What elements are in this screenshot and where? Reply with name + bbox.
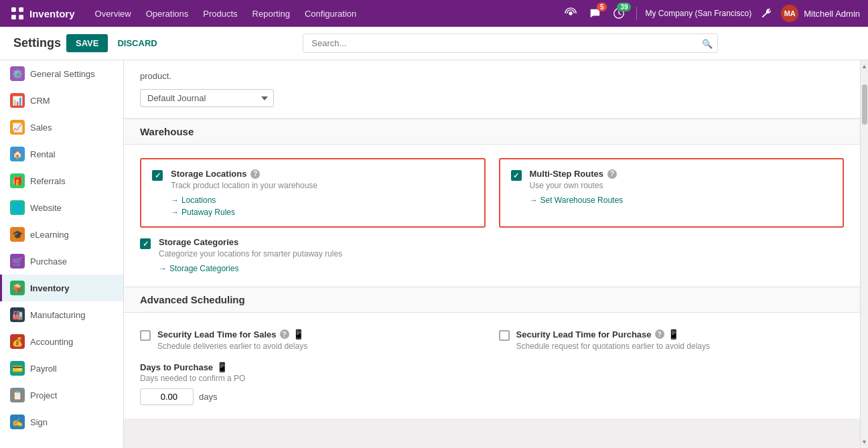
- security-lead-sales-desc: Schedule deliveries earlier to avoid del…: [157, 342, 486, 351]
- advanced-scheduling-content: Security Lead Time for Sales ? 📱 Schedul…: [124, 313, 860, 419]
- search-input[interactable]: [303, 33, 718, 53]
- days-to-purchase-input[interactable]: [140, 388, 194, 405]
- set-warehouse-routes-link[interactable]: Set Warehouse Routes: [530, 196, 833, 205]
- nav-overview[interactable]: Overview: [88, 6, 138, 21]
- purchase-icon: 🛒: [10, 254, 25, 269]
- sidebar-item-sign[interactable]: ✍️ Sign: [0, 408, 123, 435]
- days-to-purchase-input-row: days: [140, 388, 844, 405]
- storage-locations-desc: Track product location in your warehouse: [171, 181, 474, 190]
- grid-icon: [11, 7, 23, 19]
- chat-badge: 5: [597, 3, 607, 11]
- nav-divider: [636, 7, 637, 20]
- sidebar-item-crm[interactable]: 📊 CRM: [0, 87, 123, 114]
- sidebar-label-referrals: Referrals: [30, 176, 66, 186]
- nav-reporting[interactable]: Reporting: [246, 6, 297, 21]
- sidebar-label-accounting: Accounting: [30, 337, 73, 347]
- storage-locations-checkbox[interactable]: [152, 170, 163, 181]
- security-lead-sales-help-icon[interactable]: ?: [280, 329, 289, 339]
- top-navigation: Inventory Overview Operations Products R…: [0, 0, 868, 27]
- storage-locations-info: Storage Locations ? Track product locati…: [171, 169, 474, 217]
- general-settings-icon: ⚙️: [10, 66, 25, 81]
- security-lead-purchase-title: Security Lead Time for Purchase ? 📱: [516, 329, 845, 340]
- advanced-scheduling-title: Advanced Scheduling: [140, 294, 245, 305]
- sidebar-label-payroll: Payroll: [30, 364, 57, 374]
- storage-categories-checkbox[interactable]: [140, 238, 151, 249]
- right-scrollbar[interactable]: ▲ ▼: [860, 60, 868, 448]
- warehouse-feature-grid: Storage Locations ? Track product locati…: [140, 158, 844, 228]
- storage-categories-desc: Categorize your locations for smarter pu…: [159, 249, 844, 258]
- sidebar-item-website[interactable]: 🌐 Website: [0, 194, 123, 221]
- warehouse-section-content: Storage Locations ? Track product locati…: [124, 145, 860, 287]
- sidebar-item-purchase[interactable]: 🛒 Purchase: [0, 248, 123, 275]
- top-partial-text: product.: [140, 71, 171, 81]
- top-partial-section: product. Default Journal: [124, 60, 860, 119]
- activity-badge: 39: [617, 3, 631, 11]
- security-lead-purchase-help-icon[interactable]: ?: [655, 329, 664, 339]
- manufacturing-icon: 🏭: [10, 307, 25, 322]
- user-avatar[interactable]: MA: [781, 5, 798, 22]
- content-area: product. Default Journal Warehouse: [124, 60, 860, 448]
- storage-locations-card: Storage Locations ? Track product locati…: [140, 158, 486, 228]
- referrals-icon: 🎁: [10, 173, 25, 188]
- storage-locations-help-icon[interactable]: ?: [250, 169, 260, 179]
- sidebar-label-project: Project: [30, 390, 57, 400]
- default-journal-select[interactable]: Default Journal: [140, 89, 274, 107]
- discard-button[interactable]: DISCARD: [108, 34, 166, 52]
- security-lead-purchase-checkbox[interactable]: [499, 330, 510, 341]
- svg-rect-1: [19, 7, 23, 12]
- storage-categories-link[interactable]: Storage Categories: [159, 264, 844, 273]
- scroll-up-arrow[interactable]: ▲: [860, 62, 868, 71]
- sidebar-label-crm: CRM: [30, 96, 50, 106]
- warehouse-title: Warehouse: [140, 126, 194, 137]
- multi-step-routes-info: Multi-Step Routes ? Use your own routes …: [530, 169, 833, 205]
- nav-configuration[interactable]: Configuration: [298, 6, 363, 21]
- multi-step-routes-desc: Use your own routes: [530, 181, 833, 190]
- storage-categories-info: Storage Categories Categorize your locat…: [159, 237, 844, 273]
- svg-rect-0: [11, 7, 16, 12]
- warehouse-section-header: Warehouse: [124, 119, 860, 145]
- security-lead-purchase-info: Security Lead Time for Purchase ? 📱 Sche…: [516, 329, 845, 351]
- multi-step-routes-checkbox[interactable]: [511, 170, 522, 181]
- default-journal-row: Default Journal: [140, 89, 844, 107]
- scroll-down-arrow[interactable]: ▼: [860, 437, 868, 447]
- nav-products[interactable]: Products: [196, 6, 244, 21]
- security-lead-sales-checkbox[interactable]: [140, 330, 151, 341]
- sidebar-item-project[interactable]: 📋 Project: [0, 382, 123, 408]
- top-menu: Overview Operations Products Reporting C…: [88, 6, 559, 21]
- sidebar-item-elearning[interactable]: 🎓 eLearning: [0, 221, 123, 248]
- app-grid-menu[interactable]: [8, 4, 27, 23]
- tablet-icon-sales: 📱: [293, 329, 304, 340]
- sidebar-item-inventory[interactable]: 📦 Inventory: [0, 275, 123, 301]
- locations-link[interactable]: Locations: [171, 196, 474, 205]
- broadcast-icon[interactable]: [561, 4, 580, 23]
- company-name: My Company (San Francisco): [645, 9, 751, 18]
- sidebar-item-referrals[interactable]: 🎁 Referrals: [0, 167, 123, 194]
- settings-title: Settings: [13, 36, 61, 50]
- days-unit-label: days: [199, 392, 217, 402]
- sidebar-item-sales[interactable]: 📈 Sales: [0, 114, 123, 141]
- save-button[interactable]: SAVE: [66, 34, 108, 52]
- sidebar-item-rental[interactable]: 🏠 Rental: [0, 141, 123, 167]
- nav-operations[interactable]: Operations: [139, 6, 196, 21]
- putaway-rules-link[interactable]: Putaway Rules: [171, 208, 474, 217]
- sidebar-label-general-settings: General Settings: [30, 69, 95, 79]
- multi-step-routes-help-icon[interactable]: ?: [607, 169, 617, 179]
- security-lead-purchase-desc: Schedule request for quotations earlier …: [516, 342, 845, 351]
- activity-icon[interactable]: 39: [609, 4, 628, 23]
- sales-icon: 📈: [10, 120, 25, 135]
- crm-icon: 📊: [10, 93, 25, 108]
- storage-locations-title: Storage Locations ?: [171, 169, 474, 179]
- website-icon: 🌐: [10, 200, 25, 215]
- scrollbar-thumb[interactable]: [862, 84, 867, 125]
- inventory-icon: 📦: [10, 281, 25, 295]
- sidebar-item-accounting[interactable]: 💰 Accounting: [0, 328, 123, 355]
- wrench-svg: [760, 7, 772, 19]
- days-to-purchase-desc: Days needed to confirm a PO: [140, 374, 844, 383]
- settings-wrench-icon[interactable]: [757, 4, 776, 23]
- sidebar-item-payroll[interactable]: 💳 Payroll: [0, 355, 123, 382]
- storage-locations-links: Locations Putaway Rules: [171, 196, 474, 217]
- sidebar-label-sign: Sign: [30, 417, 48, 427]
- chat-icon[interactable]: 5: [585, 4, 604, 23]
- sidebar-item-manufacturing[interactable]: 🏭 Manufacturing: [0, 301, 123, 328]
- sidebar-item-general-settings[interactable]: ⚙️ General Settings: [0, 60, 123, 87]
